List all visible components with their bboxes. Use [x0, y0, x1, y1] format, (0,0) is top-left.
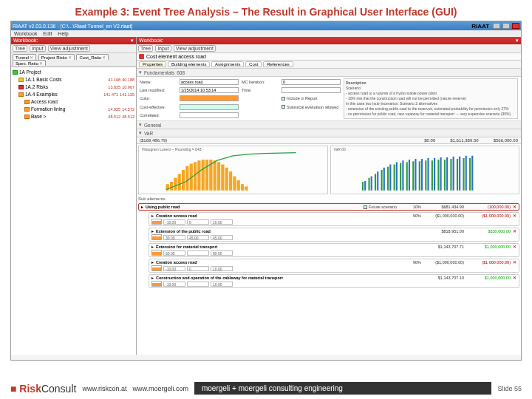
- scenario-sub[interactable]: ▸ Extension for material transport $1,14…: [149, 243, 519, 257]
- delete-icon[interactable]: ✕: [513, 245, 516, 249]
- name-input[interactable]: access road: [180, 79, 239, 85]
- scenario-sub[interactable]: ▸ Creation access road 90% ($1,000,000.0…: [149, 259, 519, 273]
- right-view-button[interactable]: View adjustment: [174, 45, 216, 52]
- fundamentals-header[interactable]: ▾ Fundamentals 608: [137, 69, 521, 77]
- left-input-button[interactable]: Input: [30, 45, 46, 52]
- panel-collapse-icon[interactable]: ▾: [131, 38, 134, 44]
- svg-rect-7: [194, 162, 197, 190]
- right-toolbar: Tree Input View adjustment: [137, 44, 521, 53]
- tab-spec-ratio[interactable]: Spec. Ratio✕: [13, 60, 46, 66]
- dist-mid-input[interactable]: 0: [187, 266, 209, 271]
- dist-hi-input[interactable]: 10.00: [211, 282, 233, 287]
- delete-icon[interactable]: ✕: [513, 214, 516, 218]
- tab-properties[interactable]: Properties: [139, 61, 166, 67]
- tab-cost-ratio[interactable]: Cost_Ratio✕: [76, 54, 109, 60]
- chart-title: VaR 00: [334, 147, 346, 151]
- distribution-icon[interactable]: [151, 250, 162, 256]
- effective-input[interactable]: [180, 104, 239, 110]
- scenario-value-2: $1,000,000.00: [466, 276, 511, 280]
- delete-icon[interactable]: ✕: [513, 229, 516, 233]
- delete-icon[interactable]: ✕: [513, 276, 516, 280]
- scenario-name: Construction and operation of the cablew…: [156, 276, 397, 280]
- slide-footer: ■ RiskConsult www.riskcon.at www.moergel…: [10, 382, 522, 395]
- scenario-sub[interactable]: ▸ Creation access road 90% ($1,000,000.0…: [149, 212, 519, 226]
- dist-mid-input[interactable]: 45.00: [187, 235, 209, 240]
- menu-help[interactable]: Help: [58, 31, 68, 36]
- scenario-name: Extension of the public road: [156, 229, 397, 233]
- show-eval-checkbox[interactable]: [282, 105, 285, 109]
- svg-rect-30: [389, 165, 391, 191]
- folder-icon: [18, 85, 24, 89]
- dist-lo-input[interactable]: -10.00: [163, 266, 185, 271]
- expand-icon[interactable]: ▸: [151, 245, 154, 249]
- dist-hi-input[interactable]: 45.00: [211, 235, 233, 240]
- color-input[interactable]: [180, 95, 239, 101]
- right-tree-button[interactable]: Tree: [138, 45, 153, 52]
- time-input[interactable]: [282, 87, 341, 93]
- var-header[interactable]: ▾VaR: [137, 129, 521, 137]
- tab-project-risks[interactable]: Project Risks✕: [38, 54, 75, 60]
- tab-references[interactable]: References: [263, 61, 293, 67]
- expand-icon[interactable]: ▸: [151, 260, 154, 265]
- delete-icon[interactable]: ✕: [513, 205, 516, 209]
- tree-item[interactable]: 1A.1 Basic Costs41.168 40.188: [13, 76, 134, 83]
- dist-lo-input[interactable]: -10.00: [163, 219, 185, 225]
- correlated-input[interactable]: [180, 112, 239, 118]
- distribution-icon[interactable]: [151, 234, 162, 240]
- tree-item[interactable]: 1A.2 Risks13.825 10.967: [13, 83, 134, 91]
- dist-lo-input[interactable]: 60.00: [163, 250, 185, 256]
- include-report-checkbox[interactable]: [282, 97, 285, 100]
- scenario-main[interactable]: ▸ Using public road Future scenario 10% …: [138, 203, 519, 211]
- scenario-sub[interactable]: ▸ Construction and operation of the cabl…: [149, 274, 519, 288]
- tree-item[interactable]: 1A Project: [13, 69, 134, 76]
- fundamentals-section: Name: access road MC Iteration: 0 Descri…: [137, 77, 521, 121]
- tree-item[interactable]: Formation lining14.925 14.572: [13, 106, 134, 113]
- dist-mid-input[interactable]: [187, 250, 209, 256]
- breadcrumb-text: Cost element access road: [146, 54, 206, 59]
- tab-cost[interactable]: Cost: [245, 61, 262, 67]
- future-scenario-checkbox[interactable]: [364, 205, 367, 209]
- name-label: Name:: [140, 80, 177, 84]
- dist-hi-input[interactable]: 10.00: [211, 219, 233, 225]
- dist-lo-input[interactable]: 30.00: [163, 235, 185, 240]
- expand-icon[interactable]: ▸: [151, 276, 154, 280]
- maximize-button[interactable]: [502, 23, 510, 29]
- tab-building[interactable]: Building elements: [168, 61, 210, 67]
- description-box: Description Scenario: - access road to a…: [344, 78, 518, 119]
- dist-lo-input[interactable]: -10.00: [163, 282, 185, 287]
- expand-icon[interactable]: ▸: [151, 214, 154, 218]
- expand-icon[interactable]: ▸: [141, 205, 143, 209]
- tree-item[interactable]: Base >48.512 48.512: [13, 113, 134, 120]
- distribution-icon[interactable]: [151, 281, 162, 287]
- panel-collapse-icon[interactable]: ▾: [516, 38, 519, 44]
- project-tree[interactable]: 1A Project 1A.1 Basic Costs41.168 40.188…: [11, 67, 136, 355]
- app-logo: RIAAT: [471, 23, 489, 30]
- tab-tunnel[interactable]: Tunnel✕: [13, 54, 36, 60]
- right-input-button[interactable]: Input: [155, 45, 171, 52]
- expand-icon[interactable]: ▸: [151, 229, 154, 233]
- dist-hi-input[interactable]: 10.00: [211, 266, 233, 271]
- left-view-button[interactable]: View adjustment: [48, 45, 90, 52]
- dist-mid-input[interactable]: 0: [187, 219, 209, 225]
- detail-tabs: Properties Building elements Assignments…: [137, 61, 521, 69]
- tree-item[interactable]: 1A.4 Examples141.471 141.135: [13, 91, 134, 98]
- distribution-icon[interactable]: [151, 265, 162, 271]
- distribution-icon[interactable]: [151, 219, 162, 225]
- dist-mid-input[interactable]: [187, 282, 209, 287]
- breadcrumb: Cost element access road: [137, 53, 521, 61]
- svg-rect-15: [225, 168, 228, 191]
- menu-workbook[interactable]: Workbook: [14, 31, 37, 36]
- dist-hi-input[interactable]: 80.00: [211, 250, 233, 256]
- minimize-button[interactable]: [493, 23, 500, 29]
- mc-input[interactable]: 0: [282, 79, 341, 85]
- general-header[interactable]: ▾General: [137, 121, 521, 129]
- tree-item[interactable]: Access road: [13, 98, 134, 106]
- riskconsult-logo: ■ RiskConsult: [10, 383, 76, 395]
- tab-assignments[interactable]: Assignments: [211, 61, 244, 67]
- scenario-sub[interactable]: ▸ Extension of the public road $818,951.…: [149, 228, 519, 242]
- left-tree-button[interactable]: Tree: [13, 45, 27, 52]
- close-button[interactable]: [512, 23, 519, 29]
- menu-edit[interactable]: Edit: [43, 31, 52, 36]
- delete-icon[interactable]: ✕: [513, 260, 516, 265]
- window-buttons: [492, 23, 519, 30]
